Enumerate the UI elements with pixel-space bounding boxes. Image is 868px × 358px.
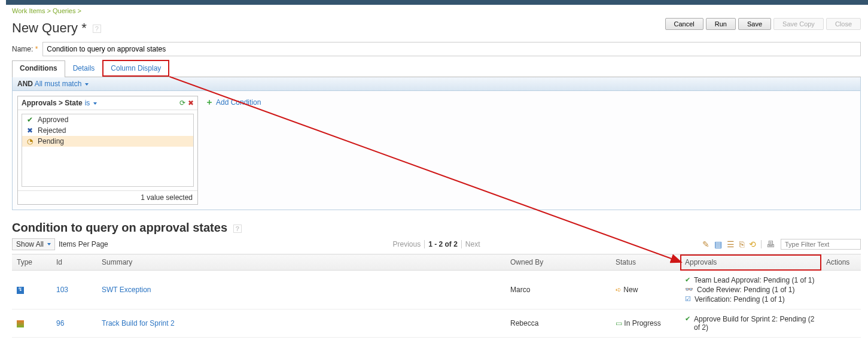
pager-range: 1 - 2 of 2 (428, 240, 458, 248)
option-label: Rejected (38, 126, 66, 135)
column-summary[interactable]: Summary (97, 254, 505, 271)
name-label: Name: * (12, 45, 38, 53)
owned-by-cell: Marco (505, 271, 611, 310)
page-title: New Query * ? (12, 20, 101, 36)
cancel-button[interactable]: Cancel (665, 18, 703, 30)
condition-option-pending[interactable]: ◔ Pending (22, 136, 193, 147)
show-all-label: Show All (16, 240, 44, 248)
undo-icon[interactable]: ⟳ (179, 99, 185, 107)
plus-icon: ＋ (205, 97, 214, 108)
results-toolbar: Show All Items Per Page Previous 1 - 2 o… (12, 238, 861, 250)
column-status[interactable]: Status (611, 254, 680, 271)
condition-operator-dropdown[interactable]: is (85, 99, 97, 107)
bulk-edit-icon[interactable]: ▤ (714, 239, 722, 249)
divider (424, 240, 425, 248)
work-item-summary-link[interactable]: SWT Exception (102, 286, 151, 294)
tab-strip: Conditions Details Column Display (12, 60, 861, 77)
review-icon: 👓 (685, 286, 693, 293)
table-row[interactable]: ↯ 103 SWT Exception Marco ➪ New ✔Team Le… (12, 271, 861, 310)
option-label: Approved (38, 116, 68, 124)
add-condition-link[interactable]: ＋ Add Condition (205, 97, 261, 108)
approval-pending-icon: ✔ (685, 276, 690, 284)
show-all-dropdown[interactable]: Show All (12, 238, 55, 250)
delete-icon[interactable]: ✖ (188, 99, 194, 107)
divider (761, 240, 762, 248)
results-title: Condition to query on approval states ? (12, 221, 861, 235)
column-id[interactable]: Id (51, 254, 97, 271)
top-bar (6, 0, 868, 5)
close-button[interactable]: Close (826, 18, 861, 30)
page-title-text: New Query * (12, 20, 87, 35)
status-cell: ➪ New (611, 271, 680, 310)
items-per-page-label: Items Per Page (59, 240, 108, 248)
column-type[interactable]: Type (12, 254, 51, 271)
status-label: In Progress (624, 319, 660, 327)
approvals-cell: ✔Team Lead Approval: Pending (1 of 1) 👓C… (680, 271, 821, 310)
approvals-cell: ✔Approve Build for Sprint 2: Pending (2 … (680, 310, 821, 338)
approval-label: Approve Build for Sprint 2: Pending (2 o… (694, 315, 817, 332)
tab-conditions[interactable]: Conditions (12, 60, 65, 77)
option-label: Pending (38, 137, 64, 145)
status-new-icon: ➪ (616, 286, 622, 294)
status-label: New (623, 286, 638, 294)
action-button-row: Cancel Run Save Save Copy Close (665, 18, 861, 30)
columns-icon[interactable]: ☰ (727, 239, 735, 249)
pager: Previous 1 - 2 of 2 Next (392, 240, 480, 248)
breadcrumb-queries[interactable]: Queries (53, 7, 76, 14)
check-icon: ✔ (26, 116, 34, 124)
required-star-icon: * (35, 45, 38, 53)
pager-previous: Previous (392, 240, 421, 248)
work-item-id-link[interactable]: 96 (56, 319, 64, 327)
results-title-text: Condition to query on approval states (12, 221, 227, 234)
verify-icon: ☑ (685, 295, 691, 303)
refresh-icon[interactable]: ⟲ (749, 239, 756, 249)
pending-icon: ◔ (26, 137, 34, 145)
print-icon[interactable]: 🖶 (766, 239, 775, 249)
approval-label: Team Lead Approval: Pending (1 of 1) (694, 276, 814, 284)
save-button[interactable]: Save (738, 18, 771, 30)
save-copy-button: Save Copy (773, 18, 824, 30)
work-item-summary-link[interactable]: Track Build for Sprint 2 (102, 319, 175, 327)
run-button[interactable]: Run (706, 18, 736, 30)
breadcrumb: Work Items > Queries > (12, 5, 861, 16)
tab-details[interactable]: Details (65, 60, 103, 77)
filter-text-input[interactable] (781, 239, 861, 250)
column-approvals[interactable]: Approvals (680, 254, 821, 271)
condition-option-rejected[interactable]: ✖ Rejected (22, 125, 193, 136)
condition-card: Approvals > State is ⟳ ✖ ✔ Approved ✖ Re… (17, 96, 198, 205)
table-row[interactable]: 96 Track Build for Sprint 2 Rebecca ▭ In… (12, 310, 861, 338)
match-mode-dropdown[interactable]: All must match (35, 80, 89, 88)
condition-value-list[interactable]: ✔ Approved ✖ Rejected ◔ Pending (22, 114, 194, 187)
approval-label: Verification: Pending (1 of 1) (695, 295, 785, 304)
and-label: AND (17, 80, 33, 88)
name-input[interactable] (42, 42, 861, 56)
divider (461, 240, 462, 248)
conditions-body: Approvals > State is ⟳ ✖ ✔ Approved ✖ Re… (12, 91, 861, 210)
approval-pending-icon: ✔ (685, 315, 690, 323)
results-table: Type Id Summary Owned By Status Approval… (12, 254, 861, 338)
tab-column-display[interactable]: Column Display (102, 60, 169, 77)
work-item-type-icon: ↯ (17, 287, 24, 294)
condition-footer: 1 value selected (18, 190, 197, 204)
help-icon[interactable]: ? (233, 224, 242, 233)
work-item-type-icon (17, 320, 24, 327)
chevron-down-icon (85, 83, 89, 86)
reject-icon: ✖ (26, 126, 34, 135)
column-actions[interactable]: Actions (821, 254, 861, 271)
column-owned-by[interactable]: Owned By (505, 254, 611, 271)
help-icon[interactable]: ? (93, 25, 101, 33)
condition-option-approved[interactable]: ✔ Approved (22, 114, 193, 125)
chevron-down-icon (93, 102, 97, 105)
status-progress-icon: ▭ (616, 319, 622, 327)
work-item-id-link[interactable]: 103 (56, 286, 68, 294)
breadcrumb-work-items[interactable]: Work Items (12, 7, 45, 14)
condition-operator-label: is (85, 99, 90, 107)
export-icon[interactable]: ⎘ (739, 239, 744, 249)
conditions-mode-bar: AND All must match (12, 77, 861, 91)
name-label-text: Name: (12, 45, 33, 53)
status-cell: ▭ In Progress (611, 310, 680, 338)
edit-icon[interactable]: ✎ (702, 239, 709, 249)
pager-next: Next (465, 240, 480, 248)
chevron-down-icon (47, 243, 51, 245)
condition-attribute[interactable]: Approvals > State (22, 99, 83, 107)
